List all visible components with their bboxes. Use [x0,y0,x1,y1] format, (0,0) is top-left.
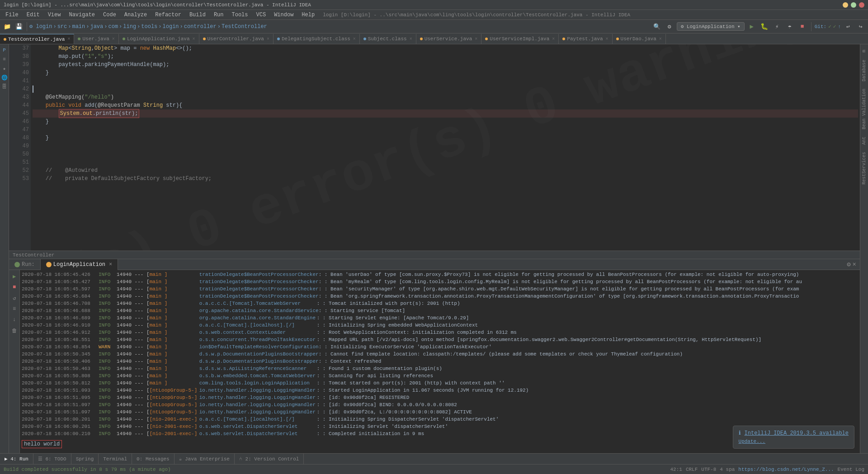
minimize-button[interactable] [843,2,848,8]
tab-close[interactable]: × [67,37,70,42]
loginapp-tab-close[interactable]: × [109,261,112,268]
bc-login[interactable]: ⚙ login [29,23,52,30]
panel-tab-loginapp[interactable]: LoginApplication × [41,259,118,270]
tab-close[interactable]: × [193,37,195,42]
bc-src[interactable]: src [57,24,67,30]
bc-ling[interactable]: ling [123,24,136,30]
bc-testcontroller[interactable]: TestController [222,24,267,30]
tab-userserviceimpl[interactable]: UserServiceImpl.java × [481,34,559,44]
persistence-icon[interactable]: 🗄 [0,82,9,90]
favorites-icon[interactable]: ★ [0,64,9,72]
toolbar-save[interactable]: 💾 [14,21,24,32]
menu-edit[interactable]: Edit [23,11,43,19]
code-line-39: paytest.parkingPaymentHandle(map); [33,61,858,69]
stop-button[interactable]: ■ [797,21,808,32]
bottom-tab-run[interactable]: ▶ 4: Run [0,454,33,465]
tab-close[interactable]: × [410,37,412,42]
tab-close[interactable]: × [475,37,477,42]
debug-button[interactable]: 🐛 [759,21,770,32]
menu-window[interactable]: Window [270,11,297,19]
code-content[interactable]: Map<String,Object> map = new HashMap<>()… [31,44,860,251]
tab-close[interactable]: × [659,37,662,42]
coverage-button[interactable]: ☂ [784,21,795,32]
panel-close-icon[interactable]: × [853,261,856,268]
tab-usercontroller[interactable]: UserController.java × [199,34,274,44]
tab-userservice[interactable]: UserService.java × [416,34,482,44]
bc-main[interactable]: main [72,24,85,30]
run-trash-icon[interactable]: 🗑 [10,326,19,335]
tab-close[interactable]: × [353,37,356,42]
bc-controller[interactable]: controller [184,24,217,30]
tab-close[interactable]: × [606,37,609,42]
tab-dot [616,38,619,40]
menu-vcs[interactable]: VCS [253,11,270,19]
maximize-button[interactable] [851,2,856,8]
menu-help[interactable]: Help [298,11,318,19]
undo-button[interactable]: ↩ [843,21,854,32]
profile-button[interactable]: ⚡ [772,21,783,32]
event-log[interactable]: Event Log [838,467,864,472]
class-label: TestController [13,252,54,258]
menu-tools[interactable]: Tools [228,11,252,19]
bottom-tab-java-enterprise[interactable]: ☕ Java Enterprise [175,454,235,465]
tab-loginapp[interactable]: LoginApplication.java × [119,34,199,44]
search-everywhere-icon[interactable]: 🔍 [651,21,662,32]
run-button[interactable]: ▶ [746,21,757,32]
web-icon[interactable]: 🌐 [0,73,9,81]
bc-com[interactable]: com [108,24,118,30]
window-controls[interactable] [843,2,864,8]
run-play-icon[interactable]: ▶ [10,272,19,281]
run-filter-icon[interactable]: ≡ [10,304,19,313]
run-scroll-icon[interactable]: ↓ [10,315,19,324]
menu-navigate[interactable]: Navigate [65,11,99,19]
bottom-tab-spring[interactable]: Spring [71,454,99,465]
project-icon[interactable]: P [0,46,9,54]
bottom-tab-messages[interactable]: 0: Messages [132,454,175,465]
tab-paytest[interactable]: Paytest.java × [559,34,612,44]
structure-icon[interactable]: ≡ [0,55,9,63]
menu-file[interactable]: File [2,11,22,19]
panel-tab-run[interactable]: Run: [9,259,41,270]
tab-close[interactable]: × [552,37,555,42]
bottom-tab-todo[interactable]: ☰ 6: TODO [33,454,71,465]
tab-subject[interactable]: Subject.class × [360,34,416,44]
menu-run[interactable]: Run [210,11,227,19]
log-line: 2020-07-18 16:05:50.345INFO14940 --- [ma… [22,351,858,358]
menu-analyze[interactable]: Analyze [121,11,151,19]
sidebar-database[interactable]: Database [861,56,868,85]
bc-login2[interactable]: login [163,24,179,30]
menu-code[interactable]: Code [99,11,120,19]
bottom-tab-terminal[interactable]: Terminal [99,454,132,465]
main-area: P ≡ ★ 🌐 🗄 0 warning(s) 0 error(s) 0 warn… [0,44,868,453]
menu-view[interactable]: View [44,11,65,19]
settings-icon[interactable]: ⚙ [664,21,675,32]
settings-gear-icon[interactable]: ⚙ [847,261,850,268]
sidebar-m[interactable]: m [861,46,868,56]
code-line-42 [33,85,858,93]
sidebar-ant[interactable]: Ant [861,133,868,148]
tab-close[interactable]: × [267,37,269,42]
update-link[interactable]: Update... [739,439,765,444]
menu-refactor[interactable]: Refactor [151,11,185,19]
code-editor[interactable]: 0 warning(s) 0 error(s) 0 warning(s) 0 e… [9,44,860,251]
tab-delegating[interactable]: DelegatingSubject.class × [274,34,360,44]
notification-title[interactable]: IntelliJ IDEA 2019.3.5 available [745,430,849,436]
run-rerun-icon[interactable]: ↺ [10,294,19,303]
tab-userdao[interactable]: UserDao.java × [613,34,666,44]
sidebar-rest-services[interactable]: RestServices [861,148,868,188]
close-button[interactable] [859,2,864,8]
bc-tools[interactable]: tools [141,24,157,30]
bottom-tab-vcs[interactable]: ⑃ 2: Version Control [235,454,304,465]
run-stop-icon[interactable]: ■ [10,283,19,292]
tab-close[interactable]: × [112,37,115,42]
toolbar-open[interactable]: 📁 [2,21,13,32]
bc-sep-0: › [53,24,56,30]
sidebar-bean-validation[interactable]: Bean Validation [861,85,868,133]
tab-user[interactable]: User.java × [74,34,118,44]
blog-url[interactable]: https://blog.csdn.net/Lynne_Z... [738,467,834,472]
menu-build[interactable]: Build [186,11,209,19]
redo-button[interactable]: ↪ [855,21,866,32]
run-config-selector[interactable]: ⚙ LoginApplication ▾ [677,22,745,31]
bc-java[interactable]: java [90,24,103,30]
tab-testcontroller[interactable]: TestController.java × [0,34,74,44]
